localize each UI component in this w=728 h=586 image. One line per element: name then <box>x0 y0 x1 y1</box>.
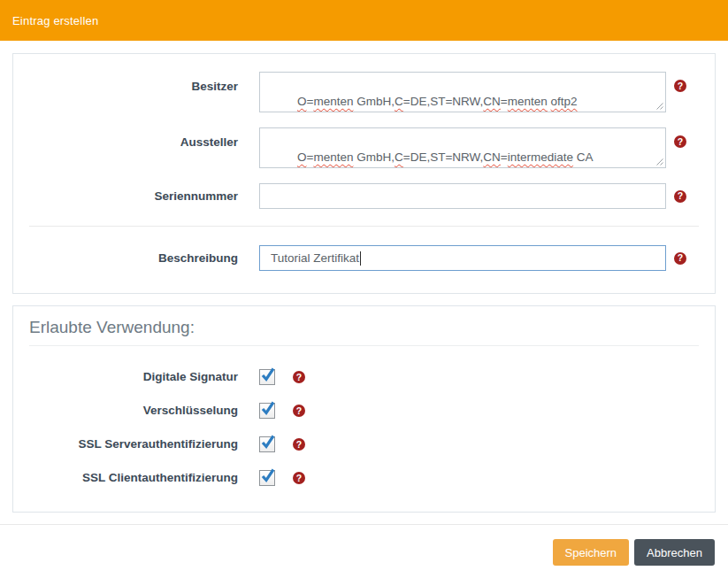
besitzer-label: Besitzer <box>29 79 238 95</box>
row-ssl-clientauthentifizierung: SSL Clientauthentifizierung ? <box>29 470 699 486</box>
help-icon[interactable]: ? <box>674 252 686 265</box>
resize-handle-icon[interactable] <box>655 101 663 110</box>
field-divider <box>29 226 699 227</box>
help-icon[interactable]: ? <box>293 371 305 383</box>
digitale-signatur-label: Digitale Signatur <box>29 369 238 385</box>
modal-title: Eintrag erstellen <box>12 14 98 27</box>
digitale-signatur-checkbox[interactable] <box>259 369 275 385</box>
resize-handle-icon[interactable] <box>655 157 663 166</box>
text-caret <box>360 251 361 266</box>
aussteller-label: Aussteller <box>29 135 238 150</box>
aussteller-textarea[interactable]: O=menten GmbH,C=DE,ST=NRW,CN=intermediat… <box>259 127 666 168</box>
help-icon[interactable]: ? <box>674 135 686 148</box>
row-ssl-serverauthentifizierung: SSL Serverauthentifizierung ? <box>29 436 699 452</box>
help-icon[interactable]: ? <box>674 80 686 92</box>
ssl-clientauth-label: SSL Clientauthentifizierung <box>29 470 238 486</box>
besitzer-textarea[interactable]: O=menten GmbH,C=DE,ST=NRW,CN=menten oftp… <box>259 72 666 112</box>
row-digitale-signatur: Digitale Signatur ? <box>29 369 699 385</box>
checkmark-icon <box>260 401 276 417</box>
ssl-serverauth-checkbox[interactable] <box>259 436 275 452</box>
form-row-seriennummer: Seriennummer ? <box>29 183 699 209</box>
seriennummer-input[interactable] <box>259 183 666 209</box>
beschreibung-label: Beschreibung <box>29 251 238 266</box>
modal-body: Besitzer O=menten GmbH,C=DE,ST=NRW,CN=me… <box>0 41 728 513</box>
beschreibung-input[interactable]: Tutorial Zertifikat <box>259 245 666 271</box>
ssl-serverauth-label: SSL Serverauthentifizierung <box>29 436 238 452</box>
row-verschluesselung: Verschlüsselung ? <box>29 403 699 419</box>
help-icon[interactable]: ? <box>674 190 686 203</box>
verschluesselung-checkbox[interactable] <box>259 403 275 419</box>
aussteller-value: O=menten GmbH,C=DE,ST=NRW,CN=intermediat… <box>297 150 594 164</box>
help-icon[interactable]: ? <box>293 405 305 417</box>
certificate-fields-card: Besitzer O=menten GmbH,C=DE,ST=NRW,CN=me… <box>12 53 716 294</box>
section-divider <box>29 345 699 346</box>
form-row-aussteller: Aussteller O=menten GmbH,C=DE,ST=NRW,CN=… <box>29 127 699 168</box>
form-row-beschreibung: Beschreibung Tutorial Zertifikat ? <box>29 245 699 271</box>
checkmark-icon <box>260 367 276 383</box>
beschreibung-value: Tutorial Zertifikat <box>271 251 359 265</box>
cancel-button[interactable]: Abbrechen <box>634 539 715 566</box>
checkmark-icon <box>260 468 276 484</box>
ssl-clientauth-checkbox[interactable] <box>259 470 275 486</box>
seriennummer-label: Seriennummer <box>29 189 238 204</box>
allowed-usage-card: Erlaubte Verwendung: Digitale Signatur ?… <box>12 305 716 513</box>
form-row-besitzer: Besitzer O=menten GmbH,C=DE,ST=NRW,CN=me… <box>29 72 699 112</box>
section-heading: Erlaubte Verwendung: <box>29 318 699 337</box>
modal-header: Eintrag erstellen <box>0 0 728 41</box>
checkmark-icon <box>260 435 276 451</box>
verschluesselung-label: Verschlüsselung <box>29 403 238 419</box>
help-icon[interactable]: ? <box>293 438 305 451</box>
help-icon[interactable]: ? <box>293 472 305 484</box>
besitzer-value: O=menten GmbH,C=DE,ST=NRW,CN=menten oftp… <box>297 95 578 108</box>
modal-footer: Speichern Abbrechen <box>0 525 728 566</box>
save-button[interactable]: Speichern <box>553 539 630 566</box>
